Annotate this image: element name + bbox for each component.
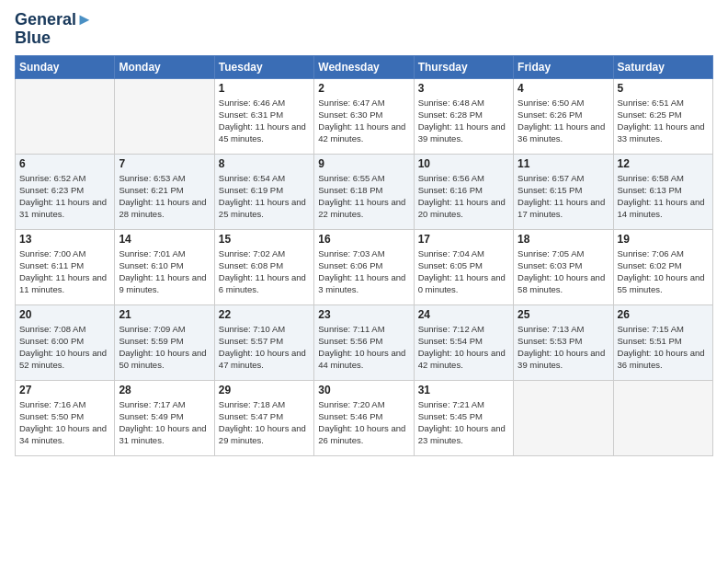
calendar-cell: 3Sunrise: 6:48 AMSunset: 6:28 PMDaylight… [414, 78, 513, 154]
calendar-cell: 7Sunrise: 6:53 AMSunset: 6:21 PMDaylight… [115, 154, 214, 229]
day-number: 7 [119, 157, 210, 170]
day-info: Sunrise: 7:21 AMSunset: 5:45 PMDaylight:… [418, 398, 509, 447]
day-number: 31 [418, 384, 509, 396]
day-info: Sunrise: 7:13 AMSunset: 5:53 PMDaylight:… [518, 323, 609, 372]
weekday-header-tuesday: Tuesday [214, 55, 313, 78]
day-info: Sunrise: 7:02 AMSunset: 6:08 PMDaylight:… [219, 247, 310, 296]
day-number: 1 [219, 82, 310, 95]
calendar-cell: 5Sunrise: 6:51 AMSunset: 6:25 PMDaylight… [613, 78, 712, 154]
day-info: Sunrise: 6:56 AMSunset: 6:16 PMDaylight:… [418, 172, 509, 221]
day-number: 15 [219, 233, 310, 246]
day-number: 10 [418, 157, 509, 170]
day-number: 4 [518, 82, 609, 95]
day-info: Sunrise: 7:06 AMSunset: 6:02 PMDaylight:… [618, 247, 709, 296]
day-number: 6 [19, 157, 110, 170]
weekday-header-wednesday: Wednesday [314, 55, 414, 78]
calendar-cell: 22Sunrise: 7:10 AMSunset: 5:57 PMDayligh… [214, 304, 313, 380]
calendar-week-row: 6Sunrise: 6:52 AMSunset: 6:23 PMDaylight… [16, 154, 713, 229]
day-info: Sunrise: 6:55 AMSunset: 6:18 PMDaylight:… [318, 172, 409, 221]
day-number: 2 [318, 82, 409, 95]
day-info: Sunrise: 7:12 AMSunset: 5:54 PMDaylight:… [418, 323, 509, 372]
calendar-cell: 19Sunrise: 7:06 AMSunset: 6:02 PMDayligh… [613, 229, 712, 304]
calendar-cell: 12Sunrise: 6:58 AMSunset: 6:13 PMDayligh… [613, 154, 712, 229]
day-info: Sunrise: 6:54 AMSunset: 6:19 PMDaylight:… [219, 172, 310, 221]
day-info: Sunrise: 7:17 AMSunset: 5:49 PMDaylight:… [119, 398, 210, 447]
day-number: 14 [119, 233, 210, 246]
day-number: 24 [418, 308, 509, 321]
weekday-header-thursday: Thursday [414, 55, 513, 78]
calendar-cell: 8Sunrise: 6:54 AMSunset: 6:19 PMDaylight… [214, 154, 313, 229]
day-info: Sunrise: 7:03 AMSunset: 6:06 PMDaylight:… [318, 247, 409, 296]
calendar-header-row: SundayMondayTuesdayWednesdayThursdayFrid… [16, 55, 713, 78]
calendar-cell: 26Sunrise: 7:15 AMSunset: 5:51 PMDayligh… [613, 304, 712, 380]
day-info: Sunrise: 6:58 AMSunset: 6:13 PMDaylight:… [618, 172, 709, 221]
calendar-cell: 2Sunrise: 6:47 AMSunset: 6:30 PMDaylight… [314, 78, 414, 154]
day-number: 11 [518, 157, 609, 170]
day-info: Sunrise: 6:48 AMSunset: 6:28 PMDaylight:… [418, 97, 509, 145]
calendar-cell: 18Sunrise: 7:05 AMSunset: 6:03 PMDayligh… [514, 229, 613, 304]
calendar-cell [115, 78, 214, 154]
day-number: 27 [19, 384, 110, 396]
day-info: Sunrise: 7:00 AMSunset: 6:11 PMDaylight:… [19, 247, 110, 296]
calendar-cell: 29Sunrise: 7:18 AMSunset: 5:47 PMDayligh… [214, 380, 313, 455]
day-number: 23 [318, 308, 409, 321]
day-number: 26 [618, 308, 709, 321]
page-header: General►Blue [15, 11, 713, 48]
calendar-cell: 1Sunrise: 6:46 AMSunset: 6:31 PMDaylight… [214, 78, 313, 154]
logo-text: General►Blue [15, 11, 93, 48]
day-number: 3 [418, 82, 509, 95]
day-info: Sunrise: 7:01 AMSunset: 6:10 PMDaylight:… [119, 247, 210, 296]
day-number: 19 [618, 233, 709, 246]
calendar-cell [613, 380, 712, 455]
calendar-cell: 10Sunrise: 6:56 AMSunset: 6:16 PMDayligh… [414, 154, 513, 229]
day-number: 20 [19, 308, 110, 321]
day-info: Sunrise: 6:53 AMSunset: 6:21 PMDaylight:… [119, 172, 210, 221]
calendar-cell [16, 78, 115, 154]
calendar-cell: 30Sunrise: 7:20 AMSunset: 5:46 PMDayligh… [314, 380, 414, 455]
logo: General►Blue [15, 11, 93, 48]
calendar-cell: 28Sunrise: 7:17 AMSunset: 5:49 PMDayligh… [115, 380, 214, 455]
calendar-cell: 20Sunrise: 7:08 AMSunset: 6:00 PMDayligh… [16, 304, 115, 380]
calendar-cell: 25Sunrise: 7:13 AMSunset: 5:53 PMDayligh… [514, 304, 613, 380]
day-info: Sunrise: 7:09 AMSunset: 5:59 PMDaylight:… [119, 323, 210, 372]
calendar-body: 1Sunrise: 6:46 AMSunset: 6:31 PMDaylight… [16, 78, 713, 455]
calendar-week-row: 20Sunrise: 7:08 AMSunset: 6:00 PMDayligh… [16, 304, 713, 380]
day-number: 25 [518, 308, 609, 321]
weekday-header-sunday: Sunday [16, 55, 115, 78]
calendar-cell: 17Sunrise: 7:04 AMSunset: 6:05 PMDayligh… [414, 229, 513, 304]
day-info: Sunrise: 7:16 AMSunset: 5:50 PMDaylight:… [19, 398, 110, 447]
day-info: Sunrise: 7:04 AMSunset: 6:05 PMDaylight:… [418, 247, 509, 296]
calendar-week-row: 13Sunrise: 7:00 AMSunset: 6:11 PMDayligh… [16, 229, 713, 304]
day-number: 8 [219, 157, 310, 170]
day-info: Sunrise: 7:15 AMSunset: 5:51 PMDaylight:… [618, 323, 709, 372]
day-info: Sunrise: 7:20 AMSunset: 5:46 PMDaylight:… [318, 398, 409, 447]
day-number: 16 [318, 233, 409, 246]
day-number: 17 [418, 233, 509, 246]
day-info: Sunrise: 6:51 AMSunset: 6:25 PMDaylight:… [618, 97, 709, 145]
weekday-header-friday: Friday [514, 55, 613, 78]
day-number: 21 [119, 308, 210, 321]
day-number: 22 [219, 308, 310, 321]
calendar-cell: 21Sunrise: 7:09 AMSunset: 5:59 PMDayligh… [115, 304, 214, 380]
calendar-cell [514, 380, 613, 455]
day-info: Sunrise: 6:52 AMSunset: 6:23 PMDaylight:… [19, 172, 110, 221]
day-info: Sunrise: 7:08 AMSunset: 6:00 PMDaylight:… [19, 323, 110, 372]
calendar-table: SundayMondayTuesdayWednesdayThursdayFrid… [15, 55, 713, 456]
weekday-header-monday: Monday [115, 55, 214, 78]
calendar-cell: 9Sunrise: 6:55 AMSunset: 6:18 PMDaylight… [314, 154, 414, 229]
calendar-cell: 23Sunrise: 7:11 AMSunset: 5:56 PMDayligh… [314, 304, 414, 380]
day-info: Sunrise: 6:46 AMSunset: 6:31 PMDaylight:… [219, 97, 310, 145]
day-info: Sunrise: 7:05 AMSunset: 6:03 PMDaylight:… [518, 247, 609, 296]
calendar-cell: 11Sunrise: 6:57 AMSunset: 6:15 PMDayligh… [514, 154, 613, 229]
calendar-cell: 4Sunrise: 6:50 AMSunset: 6:26 PMDaylight… [514, 78, 613, 154]
day-info: Sunrise: 6:57 AMSunset: 6:15 PMDaylight:… [518, 172, 609, 221]
day-number: 30 [318, 384, 409, 396]
calendar-cell: 24Sunrise: 7:12 AMSunset: 5:54 PMDayligh… [414, 304, 513, 380]
weekday-header-saturday: Saturday [613, 55, 712, 78]
day-info: Sunrise: 7:11 AMSunset: 5:56 PMDaylight:… [318, 323, 409, 372]
day-info: Sunrise: 7:10 AMSunset: 5:57 PMDaylight:… [219, 323, 310, 372]
calendar-cell: 15Sunrise: 7:02 AMSunset: 6:08 PMDayligh… [214, 229, 313, 304]
calendar-cell: 16Sunrise: 7:03 AMSunset: 6:06 PMDayligh… [314, 229, 414, 304]
day-number: 29 [219, 384, 310, 396]
calendar-cell: 6Sunrise: 6:52 AMSunset: 6:23 PMDaylight… [16, 154, 115, 229]
